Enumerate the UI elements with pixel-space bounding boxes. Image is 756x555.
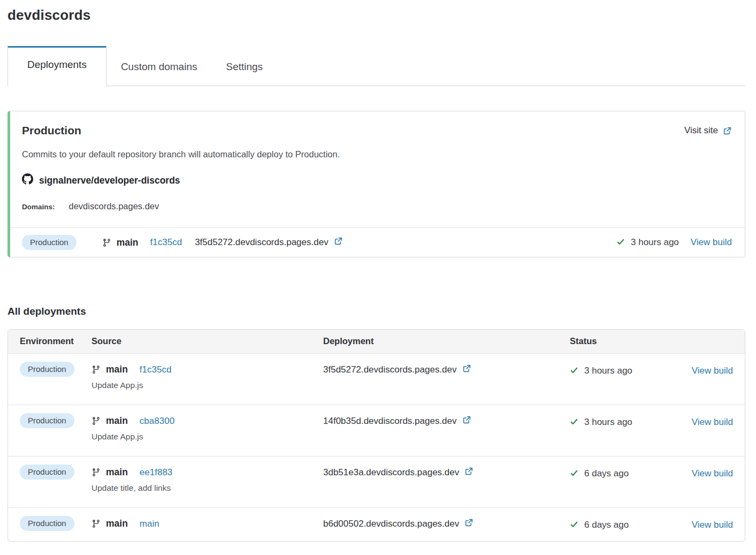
commit-message: Update App.js — [91, 381, 323, 390]
git-branch-icon — [102, 238, 111, 247]
table-row: Production main ee1f883 Update title, ad… — [8, 456, 745, 507]
production-deployment-row: Production main f1c35cd 3f5d5272.devdisc… — [10, 227, 745, 257]
check-icon — [570, 469, 578, 479]
table-row: Production main main b6d00502.devdiscord… — [8, 507, 745, 541]
production-card: Production Visit site Commits to your de… — [7, 111, 745, 257]
tab-custom-domains[interactable]: Custom domains — [106, 49, 212, 86]
external-link-icon — [723, 126, 732, 135]
status-time: 3 hours ago — [631, 237, 679, 248]
git-branch-icon — [91, 365, 101, 374]
environment-badge: Production — [22, 235, 77, 250]
check-icon — [570, 417, 578, 428]
domains-value: devdiscords.pages.dev — [69, 201, 159, 211]
tab-deployments[interactable]: Deployments — [7, 46, 106, 86]
environment-badge: Production — [20, 465, 74, 480]
table-header-row: Environment Source Deployment Status — [8, 330, 745, 353]
view-build-link[interactable]: View build — [692, 366, 733, 376]
environment-badge: Production — [20, 516, 74, 531]
commit-link[interactable]: cba8300 — [140, 416, 174, 427]
branch-name: main — [106, 415, 128, 427]
deployment-url: b6d00502.devdiscords.pages.dev — [323, 519, 459, 529]
status-time: 6 days ago — [584, 520, 629, 530]
view-build-link[interactable]: View build — [692, 417, 733, 427]
status-time: 3 hours ago — [584, 417, 632, 428]
table-row: Production main f1c35cd Update App.js 3f… — [8, 353, 745, 405]
commit-message: Update App.js — [91, 432, 323, 442]
commit-message: Update title, add links — [91, 483, 323, 493]
column-header-environment: Environment — [20, 336, 91, 346]
deployment-url-link[interactable]: 14f0b35d.devdiscords.pages.dev — [323, 415, 570, 427]
all-deployments-heading: All deployments — [7, 306, 745, 317]
external-link-icon — [464, 467, 474, 478]
view-build-link[interactable]: View build — [691, 237, 732, 248]
column-header-status: Status — [570, 336, 687, 346]
status-time: 6 days ago — [584, 468, 629, 479]
branch-name: main — [106, 518, 128, 529]
production-heading: Production — [22, 124, 81, 137]
view-build-link[interactable]: View build — [692, 468, 733, 478]
check-icon — [570, 366, 578, 376]
visit-site-label: Visit site — [684, 125, 718, 136]
commit-link[interactable]: ee1f883 — [140, 467, 172, 478]
repo-name: signalnerve/developer-discords — [39, 175, 180, 186]
table-row: Production main cba8300 Update App.js 14… — [8, 405, 745, 456]
branch-name: main — [106, 364, 128, 375]
deployment-url: 14f0b35d.devdiscords.pages.dev — [323, 416, 457, 427]
deployment-url: 3f5d5272.devdiscords.pages.dev — [323, 364, 457, 375]
tab-settings[interactable]: Settings — [211, 49, 277, 86]
deployment-url-link[interactable]: b6d00502.devdiscords.pages.dev — [323, 518, 570, 530]
branch-name: main — [106, 467, 128, 478]
environment-badge: Production — [20, 362, 74, 377]
production-description: Commits to your default repository branc… — [22, 149, 732, 159]
visit-site-link[interactable]: Visit site — [684, 125, 732, 136]
tab-bar: Deployments Custom domains Settings — [7, 46, 745, 86]
external-link-icon — [334, 237, 343, 248]
check-icon — [616, 238, 625, 248]
status-time: 3 hours ago — [584, 366, 632, 376]
check-icon — [570, 520, 578, 530]
branch-name: main — [117, 237, 139, 248]
domains-row: Domains: devdiscords.pages.dev — [22, 201, 732, 211]
column-header-deployment: Deployment — [323, 336, 570, 346]
deployment-url-link[interactable]: 3f5d5272.devdiscords.pages.dev — [323, 364, 570, 376]
external-link-icon — [462, 415, 471, 427]
environment-badge: Production — [20, 413, 74, 428]
deployment-url: 3f5d5272.devdiscords.pages.dev — [195, 237, 329, 248]
external-link-icon — [464, 518, 474, 530]
git-branch-icon — [91, 468, 101, 477]
deployment-url-link[interactable]: 3f5d5272.devdiscords.pages.dev — [195, 237, 343, 248]
git-branch-icon — [91, 416, 101, 425]
column-header-source: Source — [91, 336, 323, 346]
external-link-icon — [462, 364, 471, 376]
github-icon — [22, 173, 33, 187]
deployments-table: Environment Source Deployment Status Pro… — [7, 329, 745, 542]
repo-link[interactable]: signalnerve/developer-discords — [22, 173, 732, 187]
page-title: devdiscords — [7, 7, 745, 24]
domains-label: Domains: — [22, 203, 55, 211]
deployment-url: 3db51e3a.devdiscords.pages.dev — [323, 467, 459, 478]
commit-link[interactable]: f1c35cd — [150, 237, 182, 248]
git-branch-icon — [91, 519, 101, 528]
deployment-url-link[interactable]: 3db51e3a.devdiscords.pages.dev — [323, 467, 570, 478]
commit-link[interactable]: f1c35cd — [140, 364, 172, 375]
view-build-link[interactable]: View build — [692, 520, 733, 530]
commit-link[interactable]: main — [140, 519, 159, 529]
